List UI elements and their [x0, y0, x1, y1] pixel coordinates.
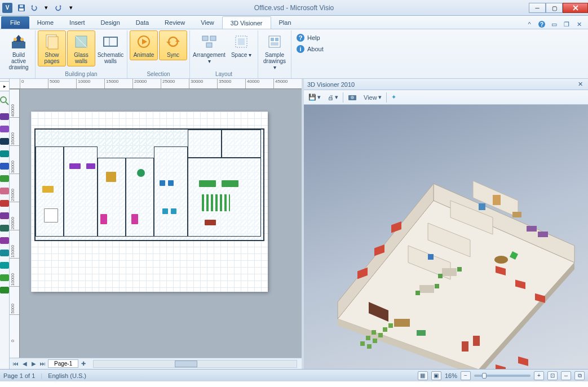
stencil-table-teal[interactable]	[0, 148, 10, 160]
view-full-icon[interactable]: ▣	[431, 371, 441, 380]
panel-close-icon[interactable]: ✕	[576, 81, 585, 88]
tab-design[interactable]: Design	[93, 16, 128, 29]
svg-rect-85	[428, 254, 434, 260]
stencil-plant-green[interactable]	[0, 272, 10, 284]
space-button[interactable]: Space ▾	[227, 30, 255, 60]
page-last-icon[interactable]: ⏭	[39, 360, 47, 368]
p3-view-button[interactable]: View ▾	[361, 92, 384, 102]
svg-rect-69	[378, 333, 383, 337]
ruler-vertical: 4000035000300002500020000150001000050000	[10, 89, 20, 358]
svg-rect-42	[0, 212, 9, 219]
help-icon[interactable]: ?	[537, 20, 546, 29]
svg-marker-18	[166, 42, 171, 44]
close-button[interactable]	[563, 3, 588, 13]
panel-3d-titlebar: 3D Visioner 2010 ✕	[304, 79, 588, 90]
switch-windows-icon[interactable]: ⧉	[574, 371, 585, 380]
canvas[interactable]	[20, 89, 302, 358]
page-next-icon[interactable]: ▶	[30, 360, 38, 368]
zoom-out-button[interactable]: −	[461, 371, 471, 380]
undo-icon[interactable]	[28, 2, 39, 14]
svg-text:?: ?	[540, 21, 543, 28]
sync-button[interactable]: Sync	[159, 30, 187, 60]
stencil-cabinet-green[interactable]	[0, 172, 10, 185]
stencil-circle-teal[interactable]	[0, 259, 10, 272]
p3-print-button[interactable]: 🖨▾	[325, 92, 341, 102]
svg-rect-70	[366, 336, 370, 340]
zoom-slider-thumb[interactable]	[482, 373, 487, 379]
tab-plan[interactable]: Plan	[271, 16, 299, 29]
redo-icon[interactable]	[53, 2, 64, 14]
stencil-desk-purple[interactable]	[0, 110, 10, 123]
svg-rect-48	[0, 287, 9, 293]
qat-customize-icon[interactable]: ▾	[65, 2, 77, 14]
stencil-box-red[interactable]	[0, 197, 10, 210]
ribbon-group-selection: Animate Sync Selection	[127, 30, 190, 78]
h-scrollbar[interactable]	[93, 360, 297, 368]
animate-button[interactable]: Animate	[130, 30, 158, 60]
build-active-drawing-button[interactable]: Build active drawing	[5, 30, 33, 73]
file-tab[interactable]: File	[1, 16, 29, 29]
p3-save-button[interactable]: 💾▾	[306, 92, 323, 102]
ribbon-group-building-plan: Show pages Glass walls Schematic walls B…	[36, 30, 127, 78]
svg-point-8	[20, 38, 24, 41]
svg-marker-51	[338, 201, 574, 369]
stencil-sofa-pink[interactable]	[0, 185, 10, 197]
show-pages-button[interactable]: Show pages	[38, 30, 66, 66]
svg-rect-25	[271, 38, 274, 41]
ribbon-group-help: ?Help iAbout	[291, 30, 328, 78]
svg-rect-38	[0, 163, 9, 170]
zoom-in-button[interactable]: +	[534, 371, 544, 380]
save-icon[interactable]	[16, 2, 27, 14]
page-first-icon[interactable]: ⏮	[12, 360, 20, 368]
page-add-icon[interactable]: ✚	[79, 360, 87, 368]
page-sheet[interactable]	[31, 112, 268, 292]
stencil-cabinet-blue[interactable]	[0, 160, 10, 172]
p3-expand-button[interactable]: ✦	[389, 92, 399, 102]
page-prev-icon[interactable]: ◀	[21, 360, 29, 368]
zoom-slider[interactable]	[474, 375, 530, 377]
window-inner-close-icon[interactable]: ✕	[574, 20, 583, 29]
tab-view[interactable]: View	[193, 16, 222, 29]
page-tab-1[interactable]: Page-1	[48, 359, 78, 368]
ribbon-minimize-icon[interactable]: ^	[525, 20, 534, 29]
stencil-expand-button[interactable]: ▸	[0, 81, 10, 91]
about-button[interactable]: iAbout	[294, 44, 326, 54]
svg-rect-41	[0, 200, 9, 207]
help-button[interactable]: ?Help	[294, 33, 326, 43]
view-normal-icon[interactable]: ▦	[418, 371, 428, 380]
glass-walls-button[interactable]: Glass walls	[67, 30, 95, 66]
p3-camera-button[interactable]	[346, 92, 359, 103]
svg-rect-73	[367, 344, 372, 349]
maximize-button[interactable]: ▢	[546, 3, 563, 13]
fit-page-icon[interactable]: ⊡	[547, 371, 558, 380]
stencil-table-dark[interactable]	[0, 135, 10, 148]
stencil-round-purple[interactable]	[0, 234, 10, 247]
stencil-round-table[interactable]	[0, 222, 10, 234]
stencil-rect-purple[interactable]	[0, 210, 10, 222]
viewport-3d[interactable]	[304, 105, 588, 369]
svg-rect-80	[415, 291, 420, 295]
tab-insert[interactable]: Insert	[61, 16, 93, 29]
sample-drawings-button[interactable]: Sample drawings ▾	[260, 30, 289, 73]
svg-rect-88	[527, 226, 537, 232]
window-restore-icon[interactable]: ▭	[550, 20, 559, 29]
schematic-walls-button[interactable]: Schematic walls	[96, 30, 125, 66]
svg-point-87	[494, 256, 508, 264]
svg-point-32	[1, 97, 6, 103]
window-docs-icon[interactable]: ❐	[562, 20, 571, 29]
stencil-search-icon[interactable]	[0, 95, 10, 107]
minimize-button[interactable]: ─	[529, 3, 546, 13]
arrangement-button[interactable]: Arrangement ▾	[192, 30, 226, 66]
qat-dropdown-icon[interactable]: ▾	[41, 2, 52, 14]
stencil-bush-green[interactable]	[0, 284, 10, 296]
tab-home[interactable]: Home	[29, 16, 61, 29]
tab-data[interactable]: Data	[128, 16, 157, 29]
stencil-square-teal[interactable]	[0, 247, 10, 259]
fit-width-icon[interactable]: ↔	[561, 371, 571, 380]
tab-review[interactable]: Review	[157, 16, 193, 29]
workspace: ▸ 05000100001500020000250003000035000400…	[0, 79, 588, 369]
tab-3d-visioner[interactable]: 3D Visioner	[222, 16, 271, 29]
window-title: Office.vsd - Microsoft Visio	[254, 4, 334, 12]
h-scroll-thumb[interactable]	[175, 361, 197, 367]
stencil-chair-small-purple[interactable]	[0, 123, 10, 135]
